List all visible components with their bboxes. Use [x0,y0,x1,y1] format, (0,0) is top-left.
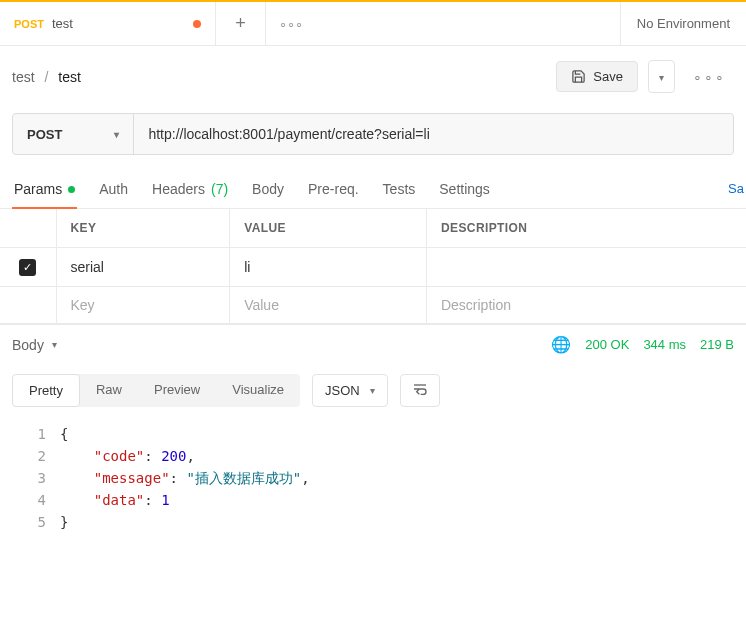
view-preview[interactable]: Preview [138,374,216,407]
col-key: KEY [56,209,230,248]
chevron-down-icon: ▾ [659,72,664,83]
tab-prereq[interactable]: Pre-req. [306,171,361,208]
params-table: KEY VALUE DESCRIPTION ✓ serial li Key Va… [0,209,746,324]
view-tabs: Pretty Raw Preview Visualize [12,374,300,407]
tab-tests[interactable]: Tests [381,171,418,208]
url-input[interactable] [134,114,733,154]
response-section-select[interactable]: Body ▾ [12,337,57,353]
unsaved-dot-icon [193,20,201,28]
view-raw[interactable]: Raw [80,374,138,407]
method-select[interactable]: POST ▾ [13,114,134,154]
chevron-down-icon: ▾ [370,385,375,396]
format-label: JSON [325,383,360,398]
code-body[interactable]: { "code": 200, "message": "插入数据库成功", "da… [60,423,310,533]
headers-count: (7) [211,181,228,197]
col-desc: DESCRIPTION [426,209,746,248]
tabs-bar: POST test + ∘∘∘ No Environment [0,2,746,46]
view-visualize[interactable]: Visualize [216,374,300,407]
response-size: 219 B [700,337,734,352]
globe-icon[interactable]: 🌐 [551,335,571,354]
cell-value-ph[interactable]: Value [230,287,427,324]
cell-value[interactable]: li [230,248,427,287]
breadcrumb-sep: / [44,69,48,85]
tab-body[interactable]: Body [250,171,286,208]
status-code: 200 OK [585,337,629,352]
request-subtabs: Params Auth Headers (7) Body Pre-req. Te… [0,171,746,209]
url-bar: POST ▾ [12,113,734,155]
new-tab-button[interactable]: + [216,2,266,45]
save-icon [571,69,586,84]
view-pretty[interactable]: Pretty [12,374,80,407]
tabs-more-button[interactable]: ∘∘∘ [266,2,316,45]
format-select[interactable]: JSON ▾ [312,374,388,407]
cell-key-ph[interactable]: Key [56,287,230,324]
col-value: VALUE [230,209,427,248]
tab-params-label: Params [14,181,62,197]
tab-headers[interactable]: Headers (7) [150,171,230,208]
request-tab[interactable]: POST test [0,2,216,45]
table-row[interactable]: ✓ serial li [0,248,746,287]
tab-auth[interactable]: Auth [97,171,130,208]
cell-desc[interactable] [426,248,746,287]
wrap-icon [412,382,428,396]
save-response-partial[interactable]: Sa [726,177,746,200]
response-time: 344 ms [643,337,686,352]
tab-settings[interactable]: Settings [437,171,492,208]
breadcrumb[interactable]: test / test [12,69,546,85]
wrap-button[interactable] [400,374,440,407]
environment-selector[interactable]: No Environment [620,2,746,45]
method-value: POST [27,127,62,142]
save-button[interactable]: Save [556,61,638,92]
cell-key[interactable]: serial [56,248,230,287]
response-section-label: Body [12,337,44,353]
tab-title: test [52,16,73,31]
chevron-down-icon: ▾ [52,339,57,350]
breadcrumb-current: test [58,69,81,85]
line-gutter: 1 2 3 4 5 [0,423,60,533]
chevron-down-icon: ▾ [114,129,119,140]
response-bar: Body ▾ 🌐 200 OK 344 ms 219 B Sa [0,324,746,364]
breadcrumb-parent: test [12,69,35,85]
tab-headers-label: Headers [152,181,205,197]
header-more-button[interactable]: ∘∘∘ [685,63,734,91]
cell-desc-ph[interactable]: Description [426,287,746,324]
view-row: Pretty Raw Preview Visualize JSON ▾ [0,364,746,417]
table-row-new[interactable]: Key Value Description [0,287,746,324]
active-dot-icon [68,186,75,193]
save-dropdown-button[interactable]: ▾ [648,60,675,93]
col-check [0,209,56,248]
save-label: Save [593,69,623,84]
header-row: test / test Save ▾ ∘∘∘ [0,46,746,107]
tab-method: POST [14,18,44,30]
environment-label: No Environment [637,16,730,31]
tab-params[interactable]: Params [12,171,77,208]
row-checkbox[interactable]: ✓ [19,259,36,276]
response-code: 1 2 3 4 5 { "code": 200, "message": "插入数… [0,417,746,533]
